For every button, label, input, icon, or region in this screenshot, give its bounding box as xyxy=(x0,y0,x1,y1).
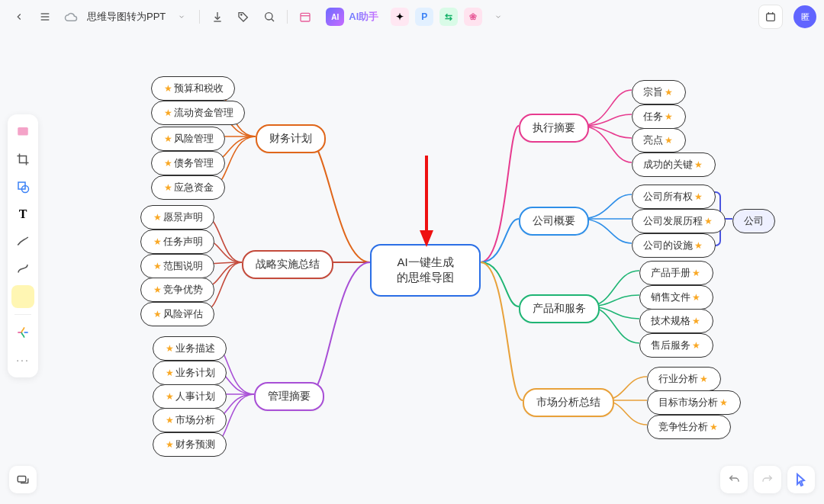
app-chip-1[interactable]: ✦ xyxy=(391,8,409,26)
document-title: 思维导图转为PPT xyxy=(87,10,166,24)
leaf-comp-0[interactable]: 公司所有权★ xyxy=(632,185,716,209)
star-icon: ★ xyxy=(153,284,162,295)
node-strat[interactable]: 战略实施总结 xyxy=(242,250,333,279)
svg-rect-8 xyxy=(767,14,775,21)
svg-line-5 xyxy=(272,19,274,21)
mindmap-center-node[interactable]: AI一键生成 的思维导图 xyxy=(370,244,481,297)
leaf-exec-0[interactable]: 宗旨★ xyxy=(632,80,686,104)
redo-button[interactable] xyxy=(754,466,781,493)
svg-rect-6 xyxy=(301,13,310,21)
star-icon: ★ xyxy=(164,182,172,193)
back-button[interactable] xyxy=(8,5,31,28)
star-icon: ★ xyxy=(153,212,162,223)
leaf-prod-0[interactable]: 产品手册★ xyxy=(639,261,713,285)
svg-point-3 xyxy=(241,14,242,15)
apps-button[interactable] xyxy=(758,5,783,29)
leaf-fin-1[interactable]: ★流动资金管理 xyxy=(151,101,245,125)
leaf-mgmt-0[interactable]: ★业务描述 xyxy=(153,336,227,361)
undo-button[interactable] xyxy=(720,466,748,493)
app-chip-c[interactable]: ⇆ xyxy=(439,8,458,26)
star-icon: ★ xyxy=(692,268,700,278)
user-avatar[interactable]: 匿 xyxy=(793,5,816,28)
node-comp[interactable]: 公司概要 xyxy=(519,207,589,236)
app-chip-h[interactable]: ❀ xyxy=(464,8,482,26)
leaf-strat-1[interactable]: ★任务声明 xyxy=(140,230,214,254)
leaf-strat-4[interactable]: ★风险评估 xyxy=(140,302,214,326)
separator xyxy=(287,10,288,24)
leaf-mkt-0[interactable]: 行业分析★ xyxy=(647,367,721,391)
company-tag[interactable]: 公司 xyxy=(732,209,775,233)
star-icon: ★ xyxy=(665,135,673,146)
app-chip-ppt[interactable]: P xyxy=(415,8,433,26)
star-icon: ★ xyxy=(164,158,172,169)
leaf-mgmt-1[interactable]: ★业务计划 xyxy=(153,361,227,385)
leaf-comp-1[interactable]: 公司发展历程★ xyxy=(632,209,726,233)
node-mgmt[interactable]: 管理摘要 xyxy=(254,382,324,411)
ai-badge-icon: AI xyxy=(326,8,344,26)
more-apps-dropdown[interactable] xyxy=(487,5,510,28)
star-icon: ★ xyxy=(665,87,673,98)
download-button[interactable] xyxy=(206,5,229,28)
star-icon: ★ xyxy=(153,309,162,319)
star-icon: ★ xyxy=(692,316,700,326)
leaf-fin-3[interactable]: ★债务管理 xyxy=(151,151,225,175)
svg-point-4 xyxy=(266,13,272,20)
ai-assistant-label: AI助手 xyxy=(346,10,381,24)
leaf-prod-1[interactable]: 销售文件★ xyxy=(639,285,713,310)
node-fin[interactable]: 财务计划 xyxy=(256,124,326,153)
leaf-prod-3[interactable]: 售后服务★ xyxy=(639,333,713,358)
star-icon: ★ xyxy=(166,368,174,378)
star-icon: ★ xyxy=(153,261,162,271)
leaf-comp-2[interactable]: 公司的设施★ xyxy=(632,233,716,258)
star-icon: ★ xyxy=(166,391,174,402)
center-line-1: AI一键生成 xyxy=(397,255,453,268)
star-icon: ★ xyxy=(164,108,172,118)
star-icon: ★ xyxy=(166,343,174,354)
cloud-sync-icon[interactable] xyxy=(60,5,82,28)
star-icon: ★ xyxy=(692,292,700,303)
leaf-mgmt-4[interactable]: ★财务预测 xyxy=(153,432,227,457)
leaf-strat-2[interactable]: ★范围说明 xyxy=(140,254,214,278)
leaf-fin-0[interactable]: ★预算和税收 xyxy=(151,76,235,101)
star-icon: ★ xyxy=(166,439,174,450)
layers-button[interactable] xyxy=(9,466,37,493)
node-prod[interactable]: 产品和服务 xyxy=(519,294,600,323)
star-icon: ★ xyxy=(692,340,700,351)
menu-button[interactable] xyxy=(34,5,56,28)
leaf-strat-3[interactable]: ★竞争优势 xyxy=(140,278,214,302)
leaf-mgmt-3[interactable]: ★市场分析 xyxy=(153,408,227,432)
leaf-exec-1[interactable]: 任务★ xyxy=(632,104,686,129)
leaf-exec-2[interactable]: 亮点★ xyxy=(632,128,686,152)
leaf-exec-3[interactable]: 成功的关键★ xyxy=(632,152,716,177)
mindmap-canvas[interactable]: AI一键生成 的思维导图 财务计划 ★预算和税收 ★流动资金管理 ★风险管理 ★… xyxy=(0,34,824,504)
star-icon: ★ xyxy=(694,191,703,202)
node-exec[interactable]: 执行摘要 xyxy=(519,114,589,143)
leaf-fin-2[interactable]: ★风险管理 xyxy=(151,127,225,151)
ai-assistant-button[interactable]: AI AI助手 xyxy=(320,5,386,28)
star-icon: ★ xyxy=(700,374,708,384)
node-mkt[interactable]: 市场分析总结 xyxy=(523,388,614,417)
calendar-button[interactable] xyxy=(294,5,317,28)
star-icon: ★ xyxy=(710,422,718,432)
leaf-mgmt-2[interactable]: ★人事计划 xyxy=(153,384,227,409)
star-icon: ★ xyxy=(153,236,162,247)
center-line-2: 的思维导图 xyxy=(397,271,454,284)
star-icon: ★ xyxy=(166,415,174,425)
leaf-prod-2[interactable]: 技术规格★ xyxy=(639,309,713,333)
star-icon: ★ xyxy=(719,397,728,408)
leaf-mkt-1[interactable]: 目标市场分析★ xyxy=(647,390,741,415)
star-icon: ★ xyxy=(704,216,713,226)
leaf-mkt-2[interactable]: 竞争性分析★ xyxy=(647,415,731,439)
leaf-fin-4[interactable]: ★应急资金 xyxy=(151,175,225,200)
search-button[interactable] xyxy=(258,5,281,28)
tag-button[interactable] xyxy=(232,5,255,28)
leaf-strat-0[interactable]: ★愿景声明 xyxy=(140,205,214,230)
svg-rect-14 xyxy=(18,477,26,483)
top-toolbar: 思维导图转为PPT AI AI助手 ✦ P ⇆ ❀ 匿 xyxy=(0,0,824,34)
star-icon: ★ xyxy=(164,83,172,94)
title-dropdown-icon[interactable] xyxy=(170,5,193,28)
star-icon: ★ xyxy=(665,111,673,122)
separator xyxy=(199,10,200,24)
star-icon: ★ xyxy=(164,133,172,144)
pointer-tool[interactable] xyxy=(787,466,815,493)
